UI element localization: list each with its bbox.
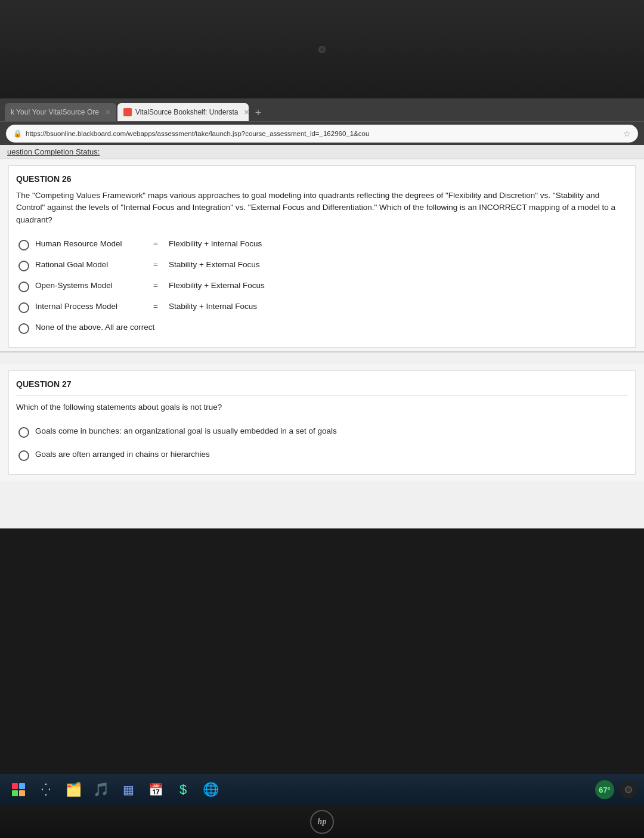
file-explorer-icon: 🗂️ (66, 782, 82, 797)
question-26-number: QUESTION 26 (16, 174, 628, 184)
spacer-between-questions (0, 352, 644, 364)
answer-equals-d: = (153, 302, 158, 311)
question-26-section: QUESTION 26 The "Competing Values Framew… (0, 159, 644, 352)
question-27-separator (16, 395, 628, 395)
q27-radio-a[interactable] (18, 427, 29, 438)
temperature-text: 67° (599, 786, 611, 794)
page-content: uestion Completion Status: QUESTION 26 T… (0, 145, 644, 528)
q27-label-a: Goals come in bunches: an organizational… (35, 426, 337, 435)
address-bar[interactable]: 🔒 https://bsuonline.blackboard.com/webap… (6, 125, 638, 143)
tiles-button[interactable]: ▦ (117, 778, 140, 801)
question-completion-status[interactable]: uestion Completion Status: (0, 145, 644, 159)
question-27-section: QUESTION 27 Which of the following state… (0, 364, 644, 481)
media-icon: 🎵 (93, 782, 109, 797)
taskbar: ⁛ 🗂️ 🎵 ▦ 📅 $ 🌐 67° (0, 774, 644, 805)
answer-text-e: None of the above. All are correct (35, 323, 154, 332)
radio-e[interactable] (18, 323, 29, 334)
tab-close-2[interactable]: ✕ (244, 109, 249, 116)
question-27-number: QUESTION 27 (16, 379, 628, 389)
q27-radio-b[interactable] (18, 450, 29, 461)
edge-browser-button[interactable]: 🌐 (199, 778, 222, 801)
laptop-top-bezel (0, 0, 644, 98)
task-view-icon: ⁛ (41, 783, 51, 797)
option-e[interactable]: None of the above. All are correct (16, 318, 628, 339)
temperature-display: 67° (595, 780, 614, 799)
power-button[interactable] (620, 781, 637, 798)
windows-logo (12, 783, 25, 796)
finance-icon: $ (179, 782, 187, 797)
question-26-options: Human Resource Model = Flexibility + Int… (16, 234, 628, 339)
option-c[interactable]: Open-Systems Model = Flexibility + Exter… (16, 276, 628, 297)
lock-icon: 🔒 (13, 129, 22, 138)
radio-a[interactable] (18, 240, 29, 251)
option-a[interactable]: Human Resource Model = Flexibility + Int… (16, 234, 628, 255)
answer-equals-c: = (153, 281, 158, 290)
answer-text-d: Internal Process Model = Stability + Int… (35, 302, 257, 311)
answer-value-b: Stability + External Focus (169, 260, 260, 269)
calendar-button[interactable]: 📅 (144, 778, 167, 801)
laptop-bottom-bezel: hp (0, 805, 644, 838)
new-tab-button[interactable]: + (250, 104, 267, 121)
tiles-icon: ▦ (123, 783, 134, 797)
media-player-button[interactable]: 🎵 (89, 778, 112, 801)
win-sq-2 (19, 783, 25, 789)
tab-bar: k You! Your VitalSource Ore ✕ VitalSourc… (0, 98, 644, 121)
tab-vitalsource-bookshelf[interactable]: VitalSource Bookshelf: Understa ✕ (117, 103, 249, 121)
radio-d[interactable] (18, 302, 29, 313)
edge-icon: 🌐 (203, 782, 219, 797)
question-27-box: QUESTION 27 Which of the following state… (8, 370, 636, 475)
file-explorer-button[interactable]: 🗂️ (62, 778, 85, 801)
answer-label-e: None of the above. All are correct (35, 323, 154, 332)
answer-value-d: Stability + Internal Focus (169, 302, 257, 311)
answer-text-b: Rational Goal Model = Stability + Extern… (35, 260, 260, 269)
finance-button[interactable]: $ (172, 778, 194, 801)
q27-option-a[interactable]: Goals come in bunches: an organizational… (16, 422, 628, 443)
answer-value-a: Flexibility + Internal Focus (169, 239, 262, 248)
url-text: https://bsuonline.blackboard.com/webapps… (26, 130, 617, 137)
win-sq-4 (19, 790, 25, 796)
radio-c[interactable] (18, 282, 29, 292)
question-26-box: QUESTION 26 The "Competing Values Framew… (8, 165, 636, 348)
tab-vitalsource-ore[interactable]: k You! Your VitalSource Ore ✕ (5, 103, 116, 121)
bottom-spacer (0, 481, 644, 528)
tab-label-2: VitalSource Bookshelf: Understa (135, 108, 239, 116)
task-view-button[interactable]: ⁛ (35, 778, 57, 801)
question-27-options: Goals come in bunches: an organizational… (16, 422, 628, 466)
answer-label-b: Rational Goal Model (35, 260, 143, 269)
power-dot (625, 786, 632, 793)
win-sq-3 (12, 790, 18, 796)
bookmark-icon[interactable]: ☆ (623, 129, 631, 138)
option-b[interactable]: Rational Goal Model = Stability + Extern… (16, 255, 628, 276)
answer-label-c: Open-Systems Model (35, 281, 143, 290)
browser-chrome: k You! Your VitalSource Ore ✕ VitalSourc… (0, 98, 644, 145)
radio-b[interactable] (18, 261, 29, 271)
tab-favicon-2 (123, 108, 132, 116)
question-27-text: Which of the following statements about … (16, 401, 628, 413)
question-26-text: The "Competing Values Framework" maps va… (16, 190, 628, 226)
answer-equals-b: = (153, 260, 158, 269)
answer-label-d: Internal Process Model (35, 302, 143, 311)
option-d[interactable]: Internal Process Model = Stability + Int… (16, 297, 628, 318)
address-bar-row: 🔒 https://bsuonline.blackboard.com/webap… (0, 121, 644, 145)
windows-start-button[interactable] (7, 778, 30, 801)
status-label: uestion Completion Status: (7, 147, 100, 156)
calendar-icon: 📅 (148, 783, 163, 797)
taskbar-right: 67° (595, 780, 637, 799)
tab-label-1: k You! Your VitalSource Ore (11, 108, 99, 116)
answer-label-a: Human Resource Model (35, 239, 143, 248)
answer-text-a: Human Resource Model = Flexibility + Int… (35, 239, 262, 248)
win-sq-1 (12, 783, 18, 789)
tab-close-1[interactable]: ✕ (105, 109, 110, 116)
q27-label-b: Goals are often arranged in chains or hi… (35, 450, 210, 459)
hp-logo: hp (310, 810, 334, 834)
answer-text-c: Open-Systems Model = Flexibility + Exter… (35, 281, 265, 290)
laptop-camera (318, 46, 326, 53)
q27-option-b[interactable]: Goals are often arranged in chains or hi… (16, 445, 628, 466)
answer-equals-a: = (153, 239, 158, 248)
answer-value-c: Flexibility + External Focus (169, 281, 265, 290)
